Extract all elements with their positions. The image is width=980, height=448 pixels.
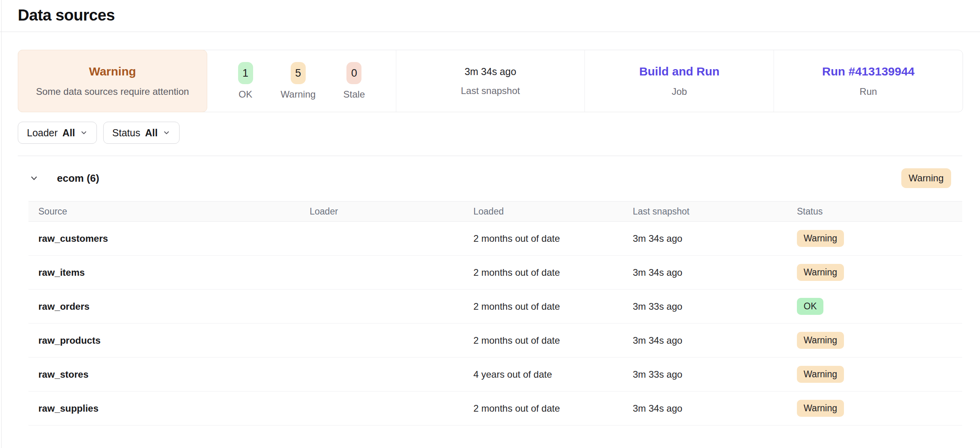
counts-card: 1 OK 5 Warning 0 Stale (207, 50, 396, 112)
status-filter-value: All (145, 127, 158, 139)
ok-count-pill: 1 (238, 62, 253, 84)
overall-status-card: Warning Some data sources require attent… (18, 50, 207, 112)
loader-filter-label: Loader (27, 127, 58, 139)
run-label: Run (860, 86, 877, 97)
group-name: ecom (6) (57, 172, 99, 184)
status-badge: Warning (797, 400, 844, 417)
last-snapshot-label: Last snapshot (461, 85, 520, 96)
column-header-loaded: Loaded (473, 206, 633, 217)
loaded-cell: 4 years out of date (473, 369, 633, 380)
page-title: Data sources (18, 6, 980, 24)
column-header-last-snapshot: Last snapshot (633, 206, 797, 217)
sources-table: Source Loader Loaded Last snapshot Statu… (28, 201, 962, 425)
last-snapshot-value: 3m 34s ago (465, 66, 516, 77)
page-header: Data sources (0, 0, 980, 32)
status-filter-dropdown[interactable]: Status All (103, 122, 180, 144)
stale-count-pill: 0 (346, 62, 361, 84)
counts-row: 1 OK 5 Warning 0 Stale (238, 62, 365, 100)
job-label: Job (672, 86, 687, 97)
warning-count-label: Warning (281, 89, 316, 100)
chevron-down-icon (80, 129, 88, 137)
loaded-cell: 2 months out of date (473, 233, 633, 244)
loaded-cell: 2 months out of date (473, 267, 633, 278)
source-name: raw_stores (38, 369, 310, 380)
group-ecom: ecom (6) Warning Source Loader Loaded La… (18, 166, 962, 425)
column-header-loader: Loader (310, 206, 473, 217)
stale-count-label: Stale (343, 89, 365, 100)
run-link[interactable]: Run #413139944 (822, 65, 915, 78)
source-name: raw_items (38, 267, 310, 278)
last-snapshot-cell: 3m 34s ago (633, 233, 797, 244)
table-row-raw-items[interactable]: raw_items 2 months out of date 3m 34s ag… (28, 256, 962, 290)
loaded-cell: 2 months out of date (473, 403, 633, 414)
source-name: raw_products (38, 335, 310, 346)
source-name: raw_supplies (38, 403, 310, 414)
filter-bar: Loader All Status All (18, 122, 962, 144)
loader-filter-dropdown[interactable]: Loader All (18, 122, 97, 144)
run-card: Run #413139944 Run (774, 50, 963, 112)
group-status-badge: Warning (901, 168, 951, 188)
last-snapshot-card: 3m 34s ago Last snapshot (396, 50, 585, 112)
column-header-status: Status (797, 206, 962, 217)
count-warning: 5 Warning (281, 62, 316, 100)
last-snapshot-cell: 3m 34s ago (633, 403, 797, 414)
collapse-chevron-down-icon[interactable] (28, 173, 40, 184)
group-header-ecom[interactable]: ecom (6) Warning (18, 166, 962, 190)
ok-count-label: OK (238, 89, 252, 100)
status-badge: Warning (797, 366, 844, 383)
column-header-source: Source (38, 206, 310, 217)
job-link[interactable]: Build and Run (639, 65, 719, 78)
last-snapshot-cell: 3m 34s ago (633, 335, 797, 346)
count-stale: 0 Stale (343, 62, 365, 100)
source-name: raw_customers (38, 233, 310, 244)
warning-count-pill: 5 (291, 62, 306, 84)
section-divider (18, 156, 962, 156)
panel-left-border (1, 0, 2, 448)
last-snapshot-cell: 3m 34s ago (633, 267, 797, 278)
loaded-cell: 2 months out of date (473, 301, 633, 312)
last-snapshot-cell: 3m 33s ago (633, 301, 797, 312)
count-ok: 1 OK (238, 62, 253, 100)
table-header-row: Source Loader Loaded Last snapshot Statu… (28, 201, 962, 222)
overall-status-subtitle: Some data sources require attention (36, 86, 189, 97)
table-row-raw-stores[interactable]: raw_stores 4 years out of date 3m 33s ag… (28, 358, 962, 392)
status-badge: Warning (797, 332, 844, 349)
table-row-raw-supplies[interactable]: raw_supplies 2 months out of date 3m 34s… (28, 392, 962, 425)
status-badge: Warning (797, 230, 844, 247)
table-row-raw-customers[interactable]: raw_customers 2 months out of date 3m 34… (28, 222, 962, 256)
source-name: raw_orders (38, 301, 310, 312)
summary-bar: Warning Some data sources require attent… (18, 50, 963, 112)
status-filter-label: Status (112, 127, 140, 139)
status-badge: OK (797, 298, 823, 315)
table-row-raw-products[interactable]: raw_products 2 months out of date 3m 34s… (28, 324, 962, 358)
table-row-raw-orders[interactable]: raw_orders 2 months out of date 3m 33s a… (28, 290, 962, 324)
loader-filter-value: All (62, 127, 75, 139)
overall-status-title: Warning (89, 65, 136, 78)
status-badge: Warning (797, 264, 844, 281)
last-snapshot-cell: 3m 33s ago (633, 369, 797, 380)
chevron-down-icon (163, 129, 170, 137)
job-card: Build and Run Job (585, 50, 774, 112)
loaded-cell: 2 months out of date (473, 335, 633, 346)
